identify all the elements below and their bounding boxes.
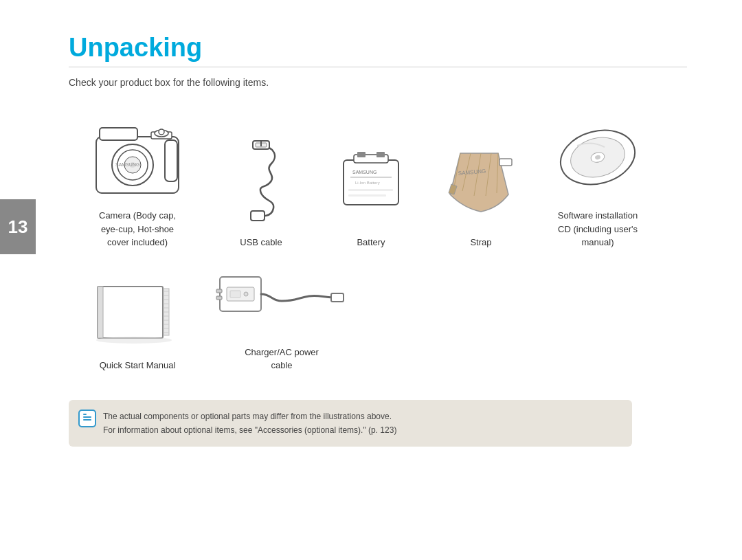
items-row-1: SAMSUNG Camera (Body cap, eye-cup, Hot-s… (69, 113, 687, 249)
svg-point-44 (96, 337, 172, 344)
quickstart-image (89, 276, 186, 352)
battery-label: Battery (357, 236, 385, 249)
item-battery: SAMSUNG Li-Ion Battery Battery (316, 139, 426, 249)
svg-rect-51 (216, 296, 222, 300)
svg-rect-52 (79, 410, 95, 427)
page-number-tab: 13 (0, 199, 36, 254)
page-title: Unpacking (69, 33, 687, 63)
svg-rect-30 (98, 287, 163, 338)
item-camera: SAMSUNG Camera (Body cap, eye-cup, Hot-s… (69, 113, 206, 249)
strap-label: Strap (470, 236, 491, 249)
strap-image: SAMSUNG (436, 139, 526, 229)
svg-rect-7 (165, 140, 177, 181)
software-label: Software installation CD (including user… (558, 209, 638, 249)
main-content: Unpacking Check your product box for the… (0, 0, 742, 474)
svg-rect-13 (251, 211, 265, 221)
item-software: Software installation CD (including user… (536, 113, 660, 249)
svg-point-48 (244, 292, 248, 296)
svg-rect-17 (357, 152, 366, 157)
svg-rect-53 (83, 416, 91, 418)
usb-image (227, 139, 295, 229)
item-charger: Charger/AC power cable (206, 263, 357, 372)
note-text: The actual components or optional parts … (103, 410, 621, 438)
note-box: The actual components or optional parts … (69, 400, 632, 447)
usb-label: USB cable (240, 236, 282, 249)
page-subtitle: Check your product box for the following… (69, 77, 687, 88)
svg-rect-50 (216, 289, 222, 293)
charger-label: Charger/AC power cable (245, 346, 319, 372)
item-quickstart: Quick Start Manual (69, 276, 206, 372)
item-usb: USB cable (206, 139, 316, 249)
svg-rect-31 (98, 287, 103, 338)
page-number: 13 (8, 216, 28, 238)
svg-rect-47 (230, 291, 240, 298)
svg-rect-25 (499, 159, 512, 166)
svg-text:SAMSUNG: SAMSUNG (352, 170, 376, 175)
svg-rect-49 (331, 293, 344, 302)
quickstart-label: Quick Start Manual (100, 359, 176, 372)
camera-image: SAMSUNG (86, 113, 189, 202)
svg-rect-23 (348, 194, 386, 197)
svg-rect-1 (100, 128, 137, 140)
svg-rect-55 (83, 414, 87, 415)
item-strap: SAMSUNG Strap (426, 139, 536, 249)
battery-image: SAMSUNG Li-Ion Battery (333, 139, 409, 229)
charger-image (213, 263, 350, 339)
svg-text:Li-Ion Battery: Li-Ion Battery (355, 181, 380, 185)
svg-rect-54 (83, 419, 91, 421)
note-icon (78, 410, 96, 427)
software-image (553, 113, 642, 202)
svg-point-10 (159, 129, 164, 135)
items-row-2: Quick Start Manual (69, 263, 687, 372)
title-divider (69, 67, 687, 67)
svg-rect-18 (376, 152, 385, 157)
svg-rect-22 (348, 189, 393, 191)
camera-label: Camera (Body cap, eye-cup, Hot-shoe cove… (99, 209, 176, 249)
svg-text:SAMSUNG: SAMSUNG (115, 162, 139, 167)
